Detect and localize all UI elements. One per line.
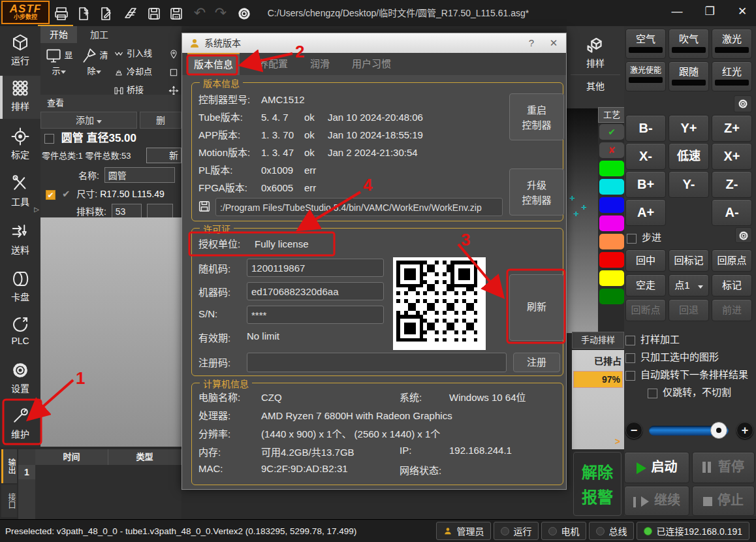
go-origin-button[interactable]: 回原点: [712, 249, 752, 272]
step-checkbox[interactable]: 步进: [627, 230, 661, 244]
jog-low-speed[interactable]: 低速: [669, 143, 709, 170]
color-swatch[interactable]: [599, 179, 624, 195]
toggle-red-light[interactable]: 红光: [712, 61, 752, 91]
close-button[interactable]: ✕: [729, 0, 756, 24]
process-cross-swatch[interactable]: ✘: [599, 142, 624, 158]
go-breakpoint-button[interactable]: 回断点: [625, 299, 666, 321]
sidebar-item-maintenance[interactable]: 维护: [0, 404, 40, 447]
color-swatch[interactable]: [599, 234, 624, 249]
color-swatch[interactable]: [599, 252, 624, 268]
lead-in-item[interactable]: 引入线: [114, 46, 152, 61]
add-button[interactable]: 添加: [40, 112, 137, 129]
save-as-icon[interactable]: [167, 4, 185, 22]
tab-maintenance-config[interactable]: 保养配置: [242, 53, 294, 75]
sidebar-item-settings[interactable]: 设置: [0, 358, 40, 401]
speed-minus-button[interactable]: −: [625, 422, 642, 439]
part-name-input[interactable]: [104, 167, 175, 183]
go-mark-button[interactable]: 回标记: [669, 249, 709, 272]
expand-triangle-icon[interactable]: ▷: [34, 206, 39, 213]
jog-x-plus[interactable]: X+: [712, 143, 752, 170]
save-icon[interactable]: [145, 4, 163, 22]
refresh-button[interactable]: 刷新: [509, 274, 564, 341]
sidebar-item-chuck[interactable]: 卡盘: [0, 266, 40, 310]
jog-x-minus[interactable]: X-: [625, 143, 666, 170]
nesting-list-area[interactable]: [40, 217, 181, 447]
dry-run-button[interactable]: 空走: [625, 274, 666, 296]
tab-version-info[interactable]: 版本信息: [187, 53, 240, 75]
color-swatch[interactable]: [599, 270, 624, 286]
jog-z-minus[interactable]: Z-: [712, 171, 752, 198]
jog-y-minus[interactable]: Y-: [669, 171, 709, 198]
process-check-swatch[interactable]: ✔: [599, 124, 624, 140]
sample-cut-checkbox[interactable]: 打样加工: [625, 332, 680, 345]
edit-file-icon[interactable]: [97, 4, 115, 22]
drawing-canvas[interactable]: [567, 108, 598, 333]
color-swatch[interactable]: [599, 215, 624, 231]
part-checkbox[interactable]: [44, 134, 54, 144]
jog-b-plus[interactable]: B+: [625, 171, 666, 198]
forward-button[interactable]: 前进: [712, 299, 752, 321]
mark-button[interactable]: 标记: [712, 274, 752, 296]
go-center-button[interactable]: 回中: [625, 249, 666, 272]
cooling-point-item[interactable]: 冷却点: [114, 64, 152, 80]
sidebar-item-run[interactable]: 运行: [0, 30, 40, 73]
speed-slider-handle[interactable]: [710, 422, 727, 439]
sidebar-item-feed[interactable]: 送料: [0, 219, 40, 263]
toggle-laser[interactable]: 激光: [712, 29, 752, 59]
dialog-close-button[interactable]: ✕: [543, 33, 565, 53]
serial-number-input[interactable]: [247, 306, 384, 324]
rect-item[interactable]: [168, 64, 181, 80]
pause-button[interactable]: 暂停: [692, 452, 755, 483]
toggle-laser-enable[interactable]: 激光使能: [625, 61, 666, 91]
log-tab-output[interactable]: 输出: [1, 449, 17, 483]
speed-plus-button[interactable]: +: [736, 422, 753, 439]
sidebar-item-nest[interactable]: 排样: [0, 76, 40, 119]
nest-enabled-checkbox[interactable]: ✔: [46, 190, 55, 200]
new-file-icon[interactable]: [74, 4, 93, 22]
resume-button[interactable]: 继续: [624, 486, 689, 516]
restart-controller-button[interactable]: 重启控制器: [509, 93, 564, 140]
new-part-button[interactable]: 新: [146, 148, 181, 163]
minimize-button[interactable]: —: [663, 0, 691, 24]
jog-a-minus[interactable]: A-: [712, 199, 752, 226]
pin-item[interactable]: [168, 46, 181, 61]
register-button[interactable]: 注册: [513, 353, 560, 372]
clear-tool[interactable]: 清除: [78, 47, 110, 76]
random-code-input[interactable]: [247, 259, 384, 277]
toggle-air[interactable]: 空气: [625, 29, 666, 59]
stop-button[interactable]: 停止: [692, 486, 755, 516]
ribbon-tab-start[interactable]: 开始: [40, 26, 77, 43]
dialog-title-bar[interactable]: 系统版本 ? ✕: [182, 33, 566, 53]
registration-code-input[interactable]: [247, 353, 507, 372]
other-label[interactable]: 其他: [567, 79, 624, 92]
color-swatch[interactable]: [599, 197, 624, 213]
machine-code-input[interactable]: [247, 282, 384, 300]
disk-icon[interactable]: [197, 199, 212, 214]
ribbon-tab-process[interactable]: 加工: [81, 26, 118, 43]
dialog-help-button[interactable]: ?: [520, 33, 543, 53]
nest-label[interactable]: 排样: [567, 56, 624, 69]
color-swatch[interactable]: [599, 289, 624, 304]
process-tab[interactable]: 工艺: [598, 107, 625, 123]
nest-icon[interactable]: [121, 4, 140, 22]
manual-nest-button[interactable]: 手动排样: [572, 332, 624, 349]
rollback-button[interactable]: 回退: [669, 299, 709, 321]
tab-user-habits[interactable]: 用户习惯: [345, 53, 398, 75]
sidebar-item-calibrate[interactable]: 标定: [0, 124, 40, 167]
jog-settings-gear[interactable]: [734, 95, 752, 112]
auto-jump-checkbox[interactable]: 自动跳转下一条排样结果: [625, 367, 748, 381]
part-list-item[interactable]: 圆管 直径35.00: [40, 129, 181, 148]
jog-z-plus[interactable]: Z+: [712, 115, 752, 142]
clear-alarm-button[interactable]: 解除 报警: [573, 452, 622, 516]
delete-button[interactable]: 删: [140, 112, 181, 129]
tab-lubrication[interactable]: 润滑: [304, 53, 336, 75]
display-tool[interactable]: 显示: [43, 47, 74, 76]
log-tab-port[interactable]: 接口: [1, 485, 17, 517]
toggle-follow[interactable]: 跟随: [669, 61, 709, 91]
selected-only-checkbox[interactable]: 只加工选中的图形: [625, 349, 719, 363]
start-button[interactable]: 启动: [624, 452, 689, 483]
jump-only-checkbox[interactable]: 仅跳转，不切割: [648, 385, 731, 398]
color-swatch[interactable]: [599, 161, 624, 176]
maximize-button[interactable]: ❐: [696, 0, 723, 24]
log-table-body[interactable]: [35, 465, 181, 519]
